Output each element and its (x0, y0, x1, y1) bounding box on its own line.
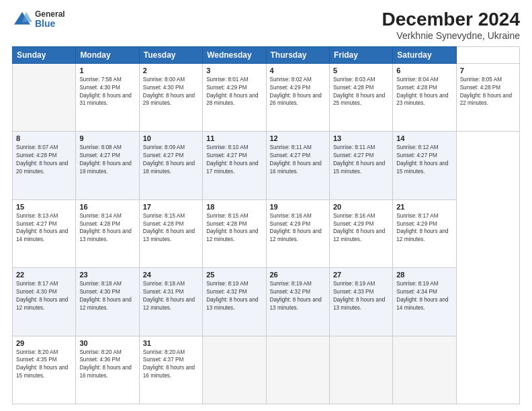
day-number: 8 (16, 134, 72, 142)
calendar-cell: 9Sunrise: 8:08 AMSunset: 4:27 PMDaylight… (76, 132, 139, 199)
logo-blue: Blue (35, 19, 65, 29)
day-info: Sunrise: 8:18 AMSunset: 4:31 PMDaylight:… (143, 280, 199, 312)
calendar-cell: 15Sunrise: 8:13 AMSunset: 4:27 PMDayligh… (13, 199, 76, 267)
day-number: 21 (396, 203, 452, 211)
calendar-cell: 16Sunrise: 8:14 AMSunset: 4:28 PMDayligh… (76, 199, 139, 267)
day-info: Sunrise: 8:01 AMSunset: 4:29 PMDaylight:… (206, 76, 262, 108)
day-info: Sunrise: 8:19 AMSunset: 4:32 PMDaylight:… (206, 280, 262, 312)
calendar-cell: 28Sunrise: 8:19 AMSunset: 4:34 PMDayligh… (393, 268, 456, 336)
day-number: 3 (206, 66, 262, 75)
calendar-cell: 2Sunrise: 8:00 AMSunset: 4:30 PMDaylight… (139, 63, 202, 131)
day-number: 1 (79, 66, 135, 75)
header-day-tuesday: Tuesday (139, 46, 202, 63)
day-number: 14 (396, 134, 452, 142)
day-info: Sunrise: 8:16 AMSunset: 4:29 PMDaylight:… (333, 212, 389, 244)
day-info: Sunrise: 8:12 AMSunset: 4:27 PMDaylight:… (396, 144, 452, 176)
calendar-cell: 27Sunrise: 8:19 AMSunset: 4:33 PMDayligh… (329, 268, 392, 336)
day-info: Sunrise: 8:11 AMSunset: 4:27 PMDaylight:… (270, 144, 326, 176)
calendar-cell: 30Sunrise: 8:20 AMSunset: 4:36 PMDayligh… (76, 336, 139, 404)
day-number: 28 (396, 271, 452, 279)
day-number: 16 (79, 203, 135, 211)
week-row-2: 8Sunrise: 8:07 AMSunset: 4:28 PMDaylight… (13, 132, 520, 199)
calendar-cell: 12Sunrise: 8:11 AMSunset: 4:27 PMDayligh… (266, 132, 329, 199)
day-number: 26 (270, 271, 326, 279)
week-row-5: 29Sunrise: 8:20 AMSunset: 4:35 PMDayligh… (13, 336, 520, 404)
header-day-monday: Monday (76, 46, 139, 63)
title-block: December 2024 Verkhnie Synevydne, Ukrain… (382, 9, 520, 41)
calendar-cell: 22Sunrise: 8:17 AMSunset: 4:30 PMDayligh… (13, 268, 76, 336)
week-row-1: 1Sunrise: 7:58 AMSunset: 4:30 PMDaylight… (13, 63, 520, 131)
day-info: Sunrise: 8:20 AMSunset: 4:36 PMDaylight:… (79, 349, 135, 381)
day-number: 25 (206, 271, 262, 279)
day-info: Sunrise: 8:20 AMSunset: 4:35 PMDaylight:… (16, 349, 72, 381)
page-subtitle: Verkhnie Synevydne, Ukraine (382, 30, 520, 41)
day-number: 23 (79, 271, 135, 279)
calendar-cell: 3Sunrise: 8:01 AMSunset: 4:29 PMDaylight… (203, 63, 266, 131)
day-number: 10 (143, 134, 199, 142)
calendar-cell: 4Sunrise: 8:02 AMSunset: 4:29 PMDaylight… (266, 63, 329, 131)
day-number: 30 (79, 339, 135, 347)
calendar-cell: 11Sunrise: 8:10 AMSunset: 4:27 PMDayligh… (203, 132, 266, 199)
day-info: Sunrise: 8:15 AMSunset: 4:28 PMDaylight:… (206, 212, 262, 244)
day-number: 20 (333, 203, 389, 211)
week-row-4: 22Sunrise: 8:17 AMSunset: 4:30 PMDayligh… (13, 268, 520, 336)
day-info: Sunrise: 8:02 AMSunset: 4:29 PMDaylight:… (270, 76, 326, 108)
calendar-cell: 7Sunrise: 8:05 AMSunset: 4:28 PMDaylight… (456, 63, 519, 131)
day-info: Sunrise: 8:00 AMSunset: 4:30 PMDaylight:… (143, 76, 199, 108)
week-row-3: 15Sunrise: 8:13 AMSunset: 4:27 PMDayligh… (13, 199, 520, 267)
calendar-cell: 13Sunrise: 8:11 AMSunset: 4:27 PMDayligh… (329, 132, 392, 199)
day-info: Sunrise: 8:17 AMSunset: 4:30 PMDaylight:… (16, 280, 72, 312)
calendar-cell: 20Sunrise: 8:16 AMSunset: 4:29 PMDayligh… (329, 199, 392, 267)
day-info: Sunrise: 8:10 AMSunset: 4:27 PMDaylight:… (206, 144, 262, 176)
calendar-cell: 14Sunrise: 8:12 AMSunset: 4:27 PMDayligh… (393, 132, 456, 199)
calendar-cell (393, 336, 456, 404)
day-number: 15 (16, 203, 72, 211)
day-info: Sunrise: 8:05 AMSunset: 4:28 PMDaylight:… (460, 76, 516, 108)
day-info: Sunrise: 8:13 AMSunset: 4:27 PMDaylight:… (16, 212, 72, 244)
day-info: Sunrise: 8:15 AMSunset: 4:28 PMDaylight:… (143, 212, 199, 244)
day-number: 5 (333, 66, 389, 75)
calendar-table: SundayMondayTuesdayWednesdayThursdayFrid… (12, 46, 520, 404)
calendar-cell (13, 63, 76, 131)
logo-icon (12, 9, 32, 30)
calendar-cell: 19Sunrise: 8:16 AMSunset: 4:29 PMDayligh… (266, 199, 329, 267)
calendar-header-row: SundayMondayTuesdayWednesdayThursdayFrid… (13, 46, 520, 63)
day-number: 24 (143, 271, 199, 279)
calendar-cell (203, 336, 266, 404)
page-title: December 2024 (382, 9, 520, 30)
calendar-cell: 24Sunrise: 8:18 AMSunset: 4:31 PMDayligh… (139, 268, 202, 336)
day-number: 2 (143, 66, 199, 75)
calendar-cell: 29Sunrise: 8:20 AMSunset: 4:35 PMDayligh… (13, 336, 76, 404)
calendar-cell: 1Sunrise: 7:58 AMSunset: 4:30 PMDaylight… (76, 63, 139, 131)
calendar-cell: 6Sunrise: 8:04 AMSunset: 4:28 PMDaylight… (393, 63, 456, 131)
day-number: 7 (460, 66, 516, 75)
day-info: Sunrise: 8:16 AMSunset: 4:29 PMDaylight:… (270, 212, 326, 244)
header-day-friday: Friday (329, 46, 392, 63)
day-info: Sunrise: 8:08 AMSunset: 4:27 PMDaylight:… (79, 144, 135, 176)
day-number: 18 (206, 203, 262, 211)
day-info: Sunrise: 8:09 AMSunset: 4:27 PMDaylight:… (143, 144, 199, 176)
day-number: 31 (143, 339, 199, 347)
day-number: 19 (270, 203, 326, 211)
calendar-cell: 31Sunrise: 8:20 AMSunset: 4:37 PMDayligh… (139, 336, 202, 404)
day-info: Sunrise: 8:19 AMSunset: 4:33 PMDaylight:… (333, 280, 389, 312)
page: General Blue December 2024 Verkhnie Syne… (0, 0, 532, 411)
header-day-saturday: Saturday (393, 46, 456, 63)
day-info: Sunrise: 8:18 AMSunset: 4:30 PMDaylight:… (79, 280, 135, 312)
day-info: Sunrise: 8:17 AMSunset: 4:29 PMDaylight:… (396, 212, 452, 244)
day-info: Sunrise: 8:19 AMSunset: 4:34 PMDaylight:… (396, 280, 452, 312)
header-day-wednesday: Wednesday (203, 46, 266, 63)
calendar-cell: 21Sunrise: 8:17 AMSunset: 4:29 PMDayligh… (393, 199, 456, 267)
day-number: 29 (16, 339, 72, 347)
day-number: 17 (143, 203, 199, 211)
calendar-cell: 17Sunrise: 8:15 AMSunset: 4:28 PMDayligh… (139, 199, 202, 267)
day-number: 4 (270, 66, 326, 75)
calendar-cell: 26Sunrise: 8:19 AMSunset: 4:32 PMDayligh… (266, 268, 329, 336)
day-number: 12 (270, 134, 326, 142)
logo-text: General Blue (35, 10, 65, 30)
header: General Blue December 2024 Verkhnie Syne… (12, 9, 520, 41)
logo: General Blue (12, 9, 65, 30)
day-info: Sunrise: 8:07 AMSunset: 4:28 PMDaylight:… (16, 144, 72, 176)
day-info: Sunrise: 8:11 AMSunset: 4:27 PMDaylight:… (333, 144, 389, 176)
calendar-cell (329, 336, 392, 404)
